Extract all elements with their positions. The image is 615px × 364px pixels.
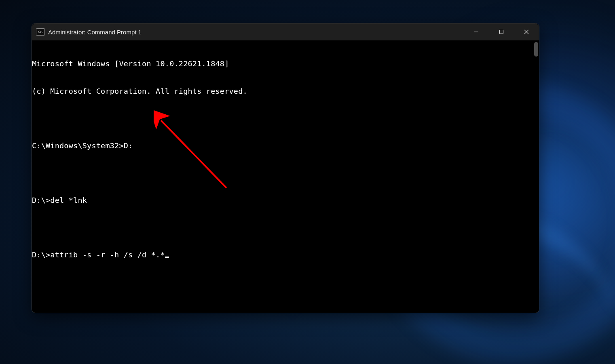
terminal-line: Microsoft Windows [Version 10.0.22621.18… — [32, 59, 539, 69]
cmd-icon — [36, 28, 45, 36]
terminal-line — [32, 223, 539, 232]
terminal-line: D:\>attrib -s -r -h /s /d *.* — [32, 250, 539, 260]
close-button[interactable] — [514, 23, 539, 40]
text-cursor — [165, 257, 169, 258]
svg-rect-1 — [500, 30, 503, 34]
maximize-icon — [499, 29, 504, 34]
terminal-content: Microsoft Windows [Version 10.0.22621.18… — [32, 41, 539, 278]
minimize-icon — [474, 29, 479, 34]
minimize-button[interactable] — [464, 23, 489, 40]
window-title: Administrator: Command Prompt 1 — [48, 29, 464, 36]
close-icon — [524, 29, 529, 34]
terminal-line: D:\>del *lnk — [32, 196, 539, 205]
command-prompt-window: Administrator: Command Prompt 1 — [32, 23, 539, 313]
terminal-body[interactable]: Microsoft Windows [Version 10.0.22621.18… — [32, 40, 539, 313]
scrollbar-track[interactable] — [534, 42, 538, 311]
terminal-line — [32, 114, 539, 123]
terminal-line: C:\Windows\System32>D: — [32, 141, 539, 151]
window-titlebar[interactable]: Administrator: Command Prompt 1 — [32, 23, 539, 40]
terminal-current-command: D:\>attrib -s -r -h /s /d *.* — [32, 250, 165, 259]
terminal-line — [32, 168, 539, 178]
scrollbar-thumb[interactable] — [534, 42, 538, 57]
maximize-button[interactable] — [489, 23, 514, 40]
window-controls — [464, 23, 539, 40]
terminal-line: (c) Microsoft Corporation. All rights re… — [32, 87, 539, 96]
